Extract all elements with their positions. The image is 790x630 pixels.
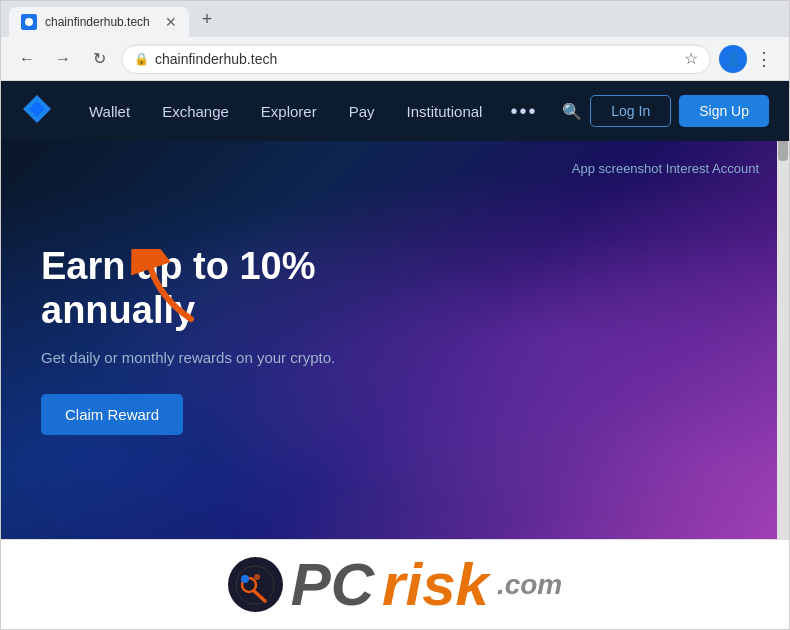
lock-icon: 🔒 <box>134 52 149 66</box>
nav-item-institutional[interactable]: Institutional <box>391 95 499 128</box>
toolbar-right: 👤 ⋮ <box>719 44 777 74</box>
address-bar[interactable]: 🔒 chainfinderhub.tech ☆ <box>121 44 711 74</box>
forward-button[interactable]: → <box>49 45 77 73</box>
nav-item-explorer[interactable]: Explorer <box>245 95 333 128</box>
tab-close-button[interactable]: ✕ <box>165 14 177 30</box>
nav-more-button[interactable]: ••• <box>498 92 549 131</box>
watermark-bar: PCrisk.com <box>1 539 789 629</box>
website-content: Wallet Exchange Explorer Pay Institution… <box>1 81 789 539</box>
pc-text: PC <box>291 555 374 615</box>
dot-com-text: .com <box>497 569 562 601</box>
hero-title: Earn up to 10% annually <box>41 245 430 332</box>
bookmark-icon[interactable]: ☆ <box>684 49 698 68</box>
search-button[interactable]: 🔍 <box>554 93 590 129</box>
address-text: chainfinderhub.tech <box>155 51 678 67</box>
risk-text: risk <box>382 555 489 615</box>
back-button[interactable]: ← <box>13 45 41 73</box>
tab-bar: chainfinderhub.tech ✕ + <box>1 1 789 37</box>
hero-content: Earn up to 10% annually Get daily or mon… <box>41 245 430 434</box>
claim-reward-button[interactable]: Claim Reward <box>41 394 183 435</box>
scrollbar[interactable] <box>777 81 789 539</box>
app-screenshot: App screenshot Interest Account <box>572 161 759 176</box>
tab-title: chainfinderhub.tech <box>45 15 157 29</box>
svg-point-7 <box>254 574 260 580</box>
browser-menu-icon[interactable]: ⋮ <box>751 44 777 74</box>
tab-favicon <box>21 14 37 30</box>
hero-subtitle: Get daily or monthly rewards on your cry… <box>41 349 430 366</box>
pcrisk-icon <box>228 557 283 612</box>
nav-items: Wallet Exchange Explorer Pay Institution… <box>73 92 549 131</box>
site-navigation: Wallet Exchange Explorer Pay Institution… <box>1 81 789 141</box>
nav-item-wallet[interactable]: Wallet <box>73 95 146 128</box>
hero-section: Earn up to 10% annually Get daily or mon… <box>1 141 789 539</box>
profile-icon[interactable]: 👤 <box>719 45 747 73</box>
signup-button[interactable]: Sign Up <box>679 95 769 127</box>
pcrisk-watermark: PCrisk.com <box>228 555 562 615</box>
site-logo <box>21 93 57 129</box>
active-tab[interactable]: chainfinderhub.tech ✕ <box>9 7 189 37</box>
browser-toolbar: ← → ↻ 🔒 chainfinderhub.tech ☆ 👤 ⋮ <box>1 37 789 81</box>
login-button[interactable]: Log In <box>590 95 671 127</box>
browser-window: chainfinderhub.tech ✕ + ← → ↻ 🔒 chainfin… <box>0 0 790 630</box>
nav-item-pay[interactable]: Pay <box>333 95 391 128</box>
new-tab-button[interactable]: + <box>193 5 221 33</box>
svg-point-6 <box>241 575 249 583</box>
refresh-button[interactable]: ↻ <box>85 45 113 73</box>
nav-item-exchange[interactable]: Exchange <box>146 95 245 128</box>
